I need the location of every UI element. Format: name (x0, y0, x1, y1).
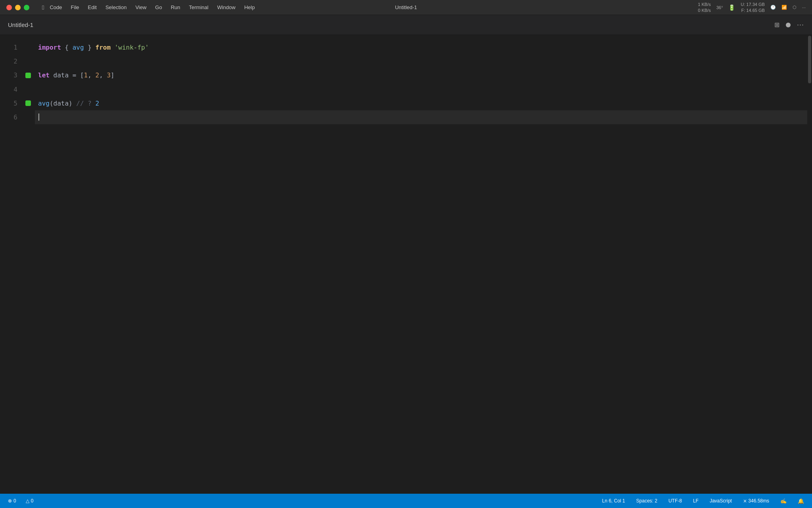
line-ending[interactable]: LF (691, 497, 700, 504)
menu-file[interactable]: File (68, 4, 82, 11)
storage-free: F: 14.65 GB (741, 8, 765, 13)
storage-stats: U: 17.34 GB F: 14.65 GB (741, 2, 765, 13)
status-left: ⊗ 0 △ 0 (6, 497, 35, 504)
punctuation-3 (111, 40, 115, 54)
code-line-6[interactable] (35, 110, 807, 124)
punctuation-6: ] (111, 68, 115, 82)
menu-selection[interactable]: Selection (102, 4, 130, 11)
gutter-4 (24, 82, 35, 96)
punctuation-7: ( (50, 96, 54, 110)
string-module: 'wink-fp' (115, 40, 149, 54)
line-ending-text: LF (693, 498, 699, 504)
bell-icon: 🔔 (798, 498, 804, 504)
warning-icon: △ (26, 498, 29, 504)
code-line-4[interactable] (35, 83, 807, 96)
battery-icon: 🔋 (728, 4, 735, 11)
tab-actions: ⊞ ··· (774, 21, 804, 29)
punctuation-5: , (99, 68, 107, 82)
error-icon: ⊗ (8, 498, 12, 504)
menu-go[interactable]: Go (152, 4, 165, 11)
more-icon[interactable]: ··· (802, 5, 806, 10)
editor-scrollbar[interactable] (807, 35, 812, 494)
titlebar:  Code File Edit Selection View Go Run T… (0, 0, 812, 15)
number-2: 2 (96, 68, 100, 82)
code-line-3[interactable]: let data = [ 1 , 2 , 3 ] (35, 68, 807, 82)
gutter-5[interactable] (24, 96, 35, 110)
identifier-data-arg: data (54, 96, 69, 110)
tab-bar: Untitled-1 ⊞ ··· (0, 15, 812, 35)
menu-bar:  Code File Edit Selection View Go Run T… (42, 4, 258, 11)
tab-more-button[interactable]: ··· (797, 21, 804, 29)
space-5 (73, 96, 77, 110)
line-numbers: 1 2 3 4 5 6 (0, 35, 24, 494)
line-number-6: 6 (0, 110, 17, 124)
result-value: 2 (96, 96, 100, 110)
encoding[interactable]: UTF-8 (667, 497, 684, 504)
apple-icon:  (42, 4, 44, 11)
menu-run[interactable]: Run (168, 4, 184, 11)
breakpoint-3[interactable] (25, 73, 31, 78)
punctuation-2: } (84, 40, 96, 54)
language-mode[interactable]: JavaScript (708, 497, 733, 504)
indentation[interactable]: Spaces: 2 (635, 497, 659, 504)
menu-help[interactable]: Help (241, 4, 258, 11)
quill-icon: ✍ (780, 498, 787, 504)
timing-text: ⨯ 346.58ms (743, 498, 769, 504)
titlebar-right: 1 KB/s 0 KB/s 36° 🔋 U: 17.34 GB F: 14.65… (698, 2, 806, 13)
menu-terminal[interactable]: Terminal (186, 4, 212, 11)
comment-5: // ? (76, 96, 95, 110)
network-stats: 1 KB/s 0 KB/s (698, 2, 710, 13)
active-tab[interactable]: Untitled-1 (8, 21, 33, 28)
code-line-1[interactable]: import { avg } from 'wink-fp' (35, 40, 807, 54)
identifier-avg-import: avg (73, 40, 84, 54)
line-number-3: 3 (0, 68, 17, 82)
line-number-4: 4 (0, 83, 17, 96)
error-count[interactable]: ⊗ 0 (6, 497, 18, 504)
keyword-from: from (96, 40, 111, 54)
number-3: 3 (107, 68, 111, 82)
wifi-icon: 📶 (781, 5, 787, 10)
position-text: Ln 6, Col 1 (602, 498, 625, 504)
warning-number: 0 (31, 498, 34, 504)
language-text: JavaScript (710, 498, 732, 504)
number-1: 1 (84, 68, 88, 82)
unsaved-indicator (786, 23, 791, 27)
split-editor-icon[interactable]: ⊞ (774, 21, 779, 29)
encoding-text: UTF-8 (668, 498, 682, 504)
gutter-1 (24, 40, 35, 54)
menu-edit[interactable]: Edit (85, 4, 100, 11)
keyword-let: let (38, 68, 50, 82)
warning-count[interactable]: △ 0 (24, 497, 35, 504)
scrollbar-thumb[interactable] (808, 36, 811, 83)
line-number-2: 2 (0, 54, 17, 68)
temperature: 36° (716, 5, 723, 10)
line-number-5: 5 (0, 96, 17, 110)
code-editor[interactable]: import { avg } from 'wink-fp' let data =… (35, 35, 807, 494)
fn-avg: avg (38, 96, 50, 110)
feedback-icon[interactable]: ✍ (779, 497, 788, 505)
gutter-3[interactable] (24, 68, 35, 82)
error-number: 0 (13, 498, 16, 504)
menu-code[interactable]: Code (46, 4, 65, 11)
close-button[interactable] (6, 5, 12, 10)
minimize-button[interactable] (15, 5, 21, 10)
menu-view[interactable]: View (132, 4, 149, 11)
breakpoint-5[interactable] (25, 100, 31, 106)
keyword-import: import (38, 40, 61, 54)
clock-icon: 🕐 (770, 5, 776, 10)
gutter (24, 35, 35, 494)
cursor-position[interactable]: Ln 6, Col 1 (600, 497, 626, 504)
gutter-2 (24, 54, 35, 68)
timing[interactable]: ⨯ 346.58ms (741, 497, 771, 504)
maximize-button[interactable] (24, 5, 29, 10)
punctuation-1: { (61, 40, 73, 54)
code-line-5[interactable]: avg ( data ) // ? 2 (35, 96, 807, 110)
notifications-icon[interactable]: 🔔 (796, 497, 806, 505)
code-line-2[interactable] (35, 54, 807, 68)
traffic-lights (6, 5, 29, 10)
status-right: Ln 6, Col 1 Spaces: 2 UTF-8 LF JavaScrip… (600, 497, 806, 505)
punctuation-4: , (88, 68, 95, 82)
titlebar-left:  Code File Edit Selection View Go Run T… (6, 4, 258, 11)
menu-window[interactable]: Window (214, 4, 239, 11)
network-down: 0 KB/s (698, 8, 710, 13)
